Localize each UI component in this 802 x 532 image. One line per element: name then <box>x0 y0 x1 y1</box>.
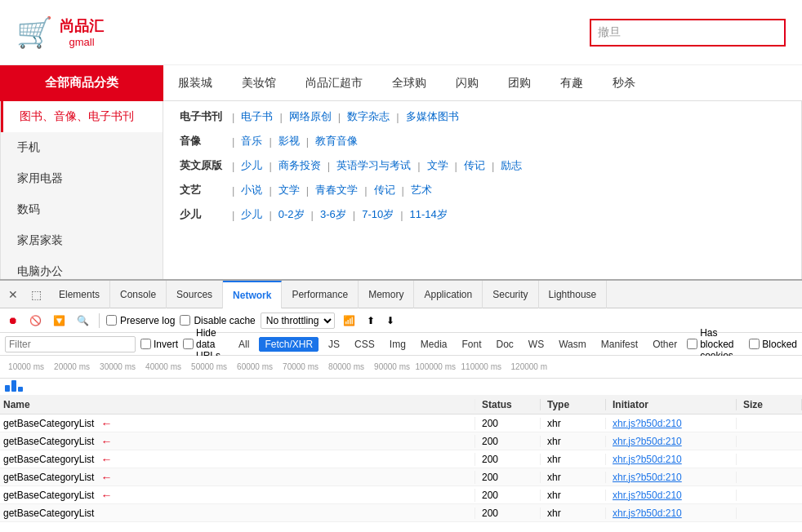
filter-all-btn[interactable]: All <box>234 338 254 351</box>
filter-font-btn[interactable]: Font <box>457 338 487 351</box>
blocked-checkbox[interactable]: Blocked <box>749 339 797 350</box>
nav-link-supermarket[interactable]: 尚品汇超市 <box>291 65 377 101</box>
sub-link-music[interactable]: 音乐 <box>241 134 262 149</box>
table-row[interactable]: getBaseCategoryList 200 xhr xhr.js?b50d:… <box>0 504 802 522</box>
sub-link-11-14[interactable]: 11-14岁 <box>410 207 448 222</box>
sub-link-novel[interactable]: 小说 <box>241 183 262 197</box>
clear-button[interactable]: 🚫 <box>26 313 45 328</box>
tab-performance[interactable]: Performance <box>282 281 359 308</box>
invert-checkbox[interactable]: Invert <box>140 339 178 350</box>
req-initiator-2[interactable]: xhr.js?b50d:210 <box>606 436 737 447</box>
filter-input[interactable] <box>5 336 136 352</box>
wifi-icon[interactable]: 📶 <box>340 313 359 328</box>
invert-input[interactable] <box>140 339 151 349</box>
sub-link-children-en[interactable]: 少儿 <box>241 158 262 173</box>
filter-wasm-btn[interactable]: Wasm <box>554 338 591 351</box>
sub-link-ebook[interactable]: 电子书 <box>241 109 273 124</box>
req-initiator-4[interactable]: xhr.js?b50d:210 <box>606 472 737 483</box>
nav-link-clothing[interactable]: 服装城 <box>163 65 227 101</box>
close-devtools-icon[interactable]: ✕ <box>3 285 23 304</box>
sub-link-children[interactable]: 少儿 <box>241 207 262 222</box>
preserve-log-input[interactable] <box>106 315 117 326</box>
nav-link-fun[interactable]: 有趣 <box>546 65 598 101</box>
sub-link-magazine[interactable]: 数字杂志 <box>347 109 390 124</box>
disable-cache-input[interactable] <box>180 315 190 326</box>
cat-item-appliance[interactable]: 家用电器 <box>1 163 163 194</box>
import-icon[interactable]: ⬆ <box>363 313 378 328</box>
sub-link-youth[interactable]: 青春文学 <box>315 183 358 197</box>
sub-link-7-10[interactable]: 7-10岁 <box>362 207 394 222</box>
hide-data-urls-input[interactable] <box>183 339 194 349</box>
tab-security[interactable]: Security <box>483 281 538 308</box>
table-row[interactable]: getBaseCategoryList ← 200 xhr xhr.js?b50… <box>0 450 802 468</box>
search-input[interactable] <box>591 26 784 39</box>
filter-css-btn[interactable]: CSS <box>350 338 380 351</box>
filter-fetch-xhr-btn[interactable]: Fetch/XHR <box>259 337 319 352</box>
category-sidebar: 图书、音像、电子书刊 手机 家用电器 数码 家居家装 电脑办公 <box>0 101 163 279</box>
blocked-label: Blocked <box>762 339 797 350</box>
req-initiator-1[interactable]: xhr.js?b50d:210 <box>606 418 737 429</box>
cat-item-home[interactable]: 家居家装 <box>1 225 163 256</box>
tab-application[interactable]: Application <box>414 281 483 308</box>
cat-item-digital[interactable]: 数码 <box>1 194 163 225</box>
tab-sources[interactable]: Sources <box>167 281 223 308</box>
req-initiator-3[interactable]: xhr.js?b50d:210 <box>606 454 737 465</box>
table-row[interactable]: getBaseCategoryList ← 200 xhr xhr.js?b50… <box>0 432 802 450</box>
sub-link-biography[interactable]: 传记 <box>374 183 395 197</box>
tab-console[interactable]: Console <box>110 281 167 308</box>
inspect-icon[interactable]: ⬚ <box>26 285 46 304</box>
record-button[interactable]: ⏺ <box>5 313 21 328</box>
sub-link-inspire-en[interactable]: 励志 <box>501 158 522 173</box>
table-row[interactable]: getBaseCategoryList ← 200 xhr xhr.js?b50… <box>0 486 802 504</box>
nav-link-beauty[interactable]: 美妆馆 <box>227 65 291 101</box>
tab-memory[interactable]: Memory <box>359 281 414 308</box>
sub-link-3-6[interactable]: 3-6岁 <box>320 207 346 222</box>
timeline-label-1: 10000 ms <box>2 362 47 371</box>
filter-img-btn[interactable]: Img <box>385 338 411 351</box>
search-button[interactable]: 🔍 <box>74 313 92 328</box>
table-row[interactable]: getBaseCategoryList ← 200 xhr xhr.js?b50… <box>0 415 802 432</box>
cat-item-books[interactable]: 图书、音像、电子书刊 <box>1 101 163 132</box>
sub-link-edu-audio[interactable]: 教育音像 <box>315 134 358 149</box>
cat-item-computer[interactable]: 电脑办公 <box>1 256 163 279</box>
sub-link-literature[interactable]: 文学 <box>278 183 300 197</box>
filter-doc-btn[interactable]: Doc <box>492 338 519 351</box>
sub-link-0-2[interactable]: 0-2岁 <box>278 207 305 222</box>
filter-js-btn[interactable]: JS <box>323 338 345 351</box>
blocked-input[interactable] <box>749 339 760 349</box>
search-box[interactable] <box>590 19 786 47</box>
throttle-select[interactable]: No throttling Slow 3G Fast 3G Offline <box>261 313 335 329</box>
tab-lighthouse[interactable]: Lighthouse <box>539 281 608 308</box>
cat-item-phone[interactable]: 手机 <box>1 132 163 163</box>
nav-link-seckill[interactable]: 秒杀 <box>598 65 650 101</box>
has-blocked-cookies-input[interactable] <box>687 339 697 349</box>
filter-manifest-btn[interactable]: Manifest <box>596 338 643 351</box>
req-initiator-6[interactable]: xhr.js?b50d:210 <box>606 508 737 519</box>
filter-ws-btn[interactable]: WS <box>524 338 549 351</box>
sub-link-multimedia[interactable]: 多媒体图书 <box>406 109 459 124</box>
tab-network[interactable]: Network <box>223 281 282 308</box>
sub-link-literature-en[interactable]: 文学 <box>427 158 448 173</box>
sub-link-film[interactable]: 影视 <box>278 134 300 149</box>
sub-link-business-en[interactable]: 商务投资 <box>278 158 321 173</box>
export-icon[interactable]: ⬇ <box>383 313 398 328</box>
nav-link-global[interactable]: 全球购 <box>377 65 441 101</box>
sub-link-art[interactable]: 艺术 <box>411 183 432 197</box>
devtools-side-icons: ✕ ⬚ <box>3 285 46 304</box>
disable-cache-checkbox[interactable]: Disable cache <box>180 315 255 326</box>
filter-other-btn[interactable]: Other <box>648 338 682 351</box>
category-button[interactable]: 全部商品分类 <box>0 65 163 101</box>
sub-link-biography-en[interactable]: 传记 <box>464 158 485 173</box>
sub-link-english-exam[interactable]: 英语学习与考试 <box>336 158 411 173</box>
sub-link-original[interactable]: 网络原创 <box>289 109 332 124</box>
tab-elements[interactable]: Elements <box>49 281 110 308</box>
nav-link-group[interactable]: 团购 <box>493 65 546 101</box>
sub-label-children: 少儿 <box>180 207 229 222</box>
filter-media-btn[interactable]: Media <box>416 338 452 351</box>
preserve-log-checkbox[interactable]: Preserve log <box>106 315 175 326</box>
filter-toggle-button[interactable]: 🔽 <box>50 313 69 328</box>
cart-icon: 🛒 <box>16 16 53 50</box>
req-initiator-5[interactable]: xhr.js?b50d:210 <box>606 490 737 501</box>
nav-link-flash[interactable]: 闪购 <box>441 65 493 101</box>
table-row[interactable]: getBaseCategoryList ← 200 xhr xhr.js?b50… <box>0 468 802 486</box>
